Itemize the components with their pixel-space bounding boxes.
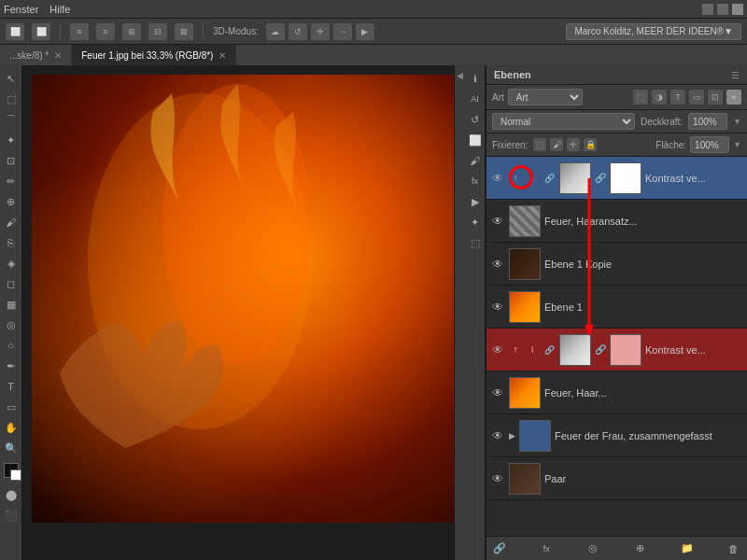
tool-1[interactable]: ⬜ [6, 23, 24, 40]
tool-3d[interactable]: ⬛ [2, 506, 21, 525]
tool-2[interactable]: ⬜ [32, 23, 50, 40]
3d-icon-5[interactable]: ▶ [356, 23, 374, 40]
3d-icon-1[interactable]: ☁ [266, 23, 285, 40]
tool-clone[interactable]: ⎘ [2, 233, 21, 252]
tool-eraser[interactable]: ◻ [2, 274, 21, 293]
filter-smartobj[interactable]: ⊡ [708, 90, 723, 105]
bottom-circle-icon[interactable]: ◎ [585, 541, 600, 556]
blend-row: Normal Deckkraft: ▼ [486, 110, 747, 133]
layer-row-4[interactable]: 👁 Ebene 1 [486, 286, 747, 329]
tool-text[interactable]: T [2, 377, 21, 396]
maximize-btn[interactable] [717, 4, 728, 15]
layer-row-1[interactable]: 👁 f ⌇ 🔗 🔗 Kontrast ve... [486, 157, 747, 200]
mid-icon-ai[interactable]: AI [466, 90, 485, 108]
layer-row-7[interactable]: 👁 ▶ Feuer der Frau, zusammengefasst [486, 414, 747, 457]
lock-brush[interactable]: 🖌 [550, 138, 563, 151]
layers-menu-icon[interactable]: ☰ [731, 70, 740, 80]
tool-pen[interactable]: ✒ [2, 357, 21, 375]
layers-panel-inner: Ebenen ☰ Art Art ⬚ ◑ T ▭ ⊡ ● [486, 65, 747, 560]
flache-label: Fläche: [655, 140, 686, 150]
layer-8-visibility[interactable]: 👁 [490, 472, 505, 485]
layer-3-visibility[interactable]: 👁 [490, 258, 505, 271]
mid-icon-paths[interactable]: ✦ [466, 213, 485, 231]
opacity-arrow: ▼ [733, 117, 741, 126]
tool-shape[interactable]: ▭ [2, 398, 21, 416]
tool-heal[interactable]: ⊕ [2, 192, 21, 211]
tool-dodge[interactable]: ○ [2, 336, 21, 355]
tab-0[interactable]: ...ske/8) * ✕ [0, 45, 72, 65]
filter-type[interactable]: T [670, 90, 685, 105]
filter-pixel[interactable]: ⬚ [633, 90, 648, 105]
layer-5-curve-icon: ⌇ [526, 343, 539, 357]
tool-hand[interactable]: ✋ [2, 418, 21, 437]
layer-2-visibility[interactable]: 👁 [490, 215, 505, 228]
bottom-add-icon[interactable]: ⊕ [633, 541, 648, 556]
tab-0-close[interactable]: ✕ [54, 50, 62, 61]
filter-toggle[interactable]: ● [726, 90, 741, 105]
tool-mask[interactable]: ⬤ [2, 485, 21, 504]
layer-row-3[interactable]: 👁 Ebene 1 Kopie [486, 243, 747, 286]
filter-adjust[interactable]: ◑ [652, 90, 667, 105]
bottom-delete-icon[interactable]: 🗑 [726, 541, 741, 556]
tool-lasso[interactable]: ⌒ [2, 110, 21, 129]
mid-icon-history2[interactable]: ↺ [466, 110, 485, 129]
3d-icon-2[interactable]: ↺ [289, 23, 307, 40]
3d-icon-3[interactable]: ✛ [311, 23, 330, 40]
fg-color[interactable] [4, 463, 19, 478]
layer-6-visibility[interactable]: 👁 [490, 386, 505, 399]
layer-row-2[interactable]: 👁 Feuer, Haaransatz... [486, 200, 747, 243]
mid-icon-adjust[interactable]: ▶ [466, 192, 485, 211]
tab-1-close[interactable]: ✕ [218, 50, 226, 61]
panel-collapse-btn[interactable]: ◀ [454, 65, 465, 560]
tab-1[interactable]: Feuer 1.jpg bei 33,3% (RGB/8*) ✕ [72, 45, 236, 65]
menu-hilfe[interactable]: Hilfe [49, 4, 70, 15]
bottom-link-icon[interactable]: 🔗 [492, 541, 507, 556]
tool-move[interactable]: ↖ [2, 69, 21, 88]
lock-all[interactable]: 🔒 [584, 138, 597, 151]
flache-input[interactable] [690, 136, 729, 153]
tool-crop[interactable]: ⊡ [2, 151, 21, 170]
bottom-folder-icon[interactable]: 📁 [680, 541, 695, 556]
divider-2 [203, 23, 204, 40]
3d-icon-4[interactable]: → [333, 23, 352, 40]
tool-wand[interactable]: ✦ [2, 131, 21, 149]
layer-row-8[interactable]: 👁 Paar [486, 457, 747, 500]
mid-icon-info[interactable]: ℹ [466, 69, 485, 88]
bottom-fx-icon[interactable]: fx [539, 541, 554, 556]
layers-list[interactable]: 👁 f ⌇ 🔗 🔗 Kontrast ve... 👁 Feuer, Haaran… [486, 157, 747, 536]
layer-5-visibility[interactable]: 👁 [490, 343, 505, 357]
search-dropdown[interactable]: Art [508, 89, 583, 105]
layer-row-6[interactable]: 👁 Feuer, Haar... [486, 371, 747, 414]
menu-fenster[interactable]: Fenster [4, 4, 38, 15]
layer-row-5[interactable]: 👁 f ⌇ 🔗 🔗 Kontrast ve... [486, 329, 747, 371]
tool-6[interactable]: ⊟ [148, 23, 167, 40]
tool-brush[interactable]: 🖌 [2, 213, 21, 231]
canvas-area[interactable] [22, 65, 454, 560]
tool-7[interactable]: ⊠ [175, 23, 193, 40]
minimize-btn[interactable] [702, 4, 713, 15]
tool-select[interactable]: ⬚ [2, 90, 21, 108]
tool-history[interactable]: ◈ [2, 254, 21, 273]
tool-4[interactable]: ≡ [96, 23, 115, 40]
layer-7-expand[interactable]: ▶ [509, 431, 515, 441]
lock-checkers[interactable]: ⬚ [533, 138, 546, 151]
tool-zoom[interactable]: 🔍 [2, 439, 21, 457]
tool-3[interactable]: ≡ [70, 23, 89, 40]
layer-7-visibility[interactable]: 👁 [490, 429, 505, 442]
lock-move[interactable]: ✛ [567, 138, 580, 151]
mid-icon-fx2[interactable]: fx [466, 172, 485, 190]
filter-shape[interactable]: ▭ [689, 90, 704, 105]
close-btn[interactable] [732, 4, 743, 15]
tool-eyedrop[interactable]: ✏ [2, 172, 21, 190]
layer-1-visibility[interactable]: 👁 [490, 172, 505, 185]
mid-icon-swatches[interactable]: ⬜ [466, 131, 485, 149]
workspace-selector[interactable]: Marco Kolditz, MEER DER IDEEN® ▼ [566, 23, 741, 40]
opacity-input[interactable] [688, 113, 727, 130]
mid-icon-brush2[interactable]: 🖌 [466, 151, 485, 170]
tool-5[interactable]: ⊞ [122, 23, 141, 40]
layer-4-visibility[interactable]: 👁 [490, 301, 505, 314]
tool-blur[interactable]: ◎ [2, 315, 21, 334]
blend-mode-dropdown[interactable]: Normal [492, 113, 635, 130]
mid-icon-channels[interactable]: ⬚ [466, 233, 485, 252]
tool-gradient[interactable]: ▦ [2, 295, 21, 314]
